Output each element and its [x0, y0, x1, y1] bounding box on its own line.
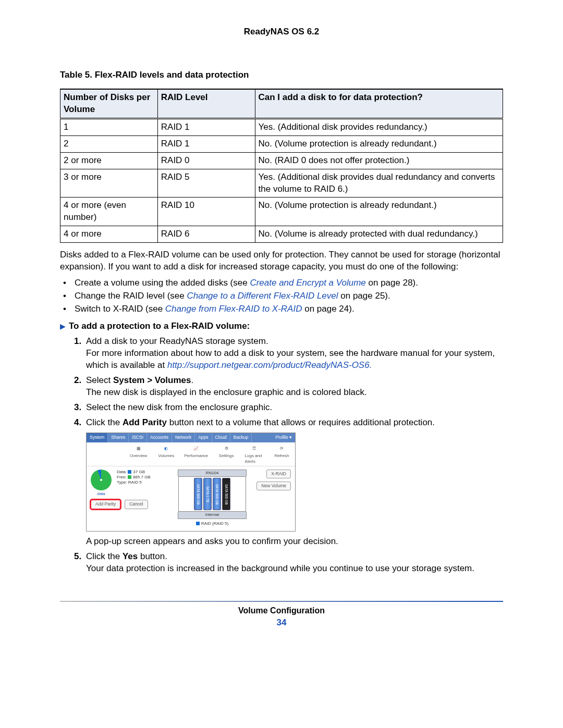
text: Click the [86, 417, 123, 427]
label: Settings [219, 453, 234, 459]
xraid-button[interactable]: X-RAID [266, 470, 291, 478]
toolbar-performance[interactable]: 📈Performance [185, 445, 207, 465]
intro-paragraph: Disks added to a Flex-RAID volume can be… [60, 249, 503, 273]
table-row: 1 RAID 1 Yes. (Additional disk provides … [60, 118, 503, 135]
volume-name: data [91, 491, 112, 497]
tab-iscsi[interactable]: iSCSI [129, 433, 147, 442]
steps-list: Add a disk to your ReadyNAS storage syst… [60, 336, 503, 575]
new-volume-button[interactable]: New Volume [256, 482, 291, 490]
cell: 3 or more [60, 169, 158, 198]
enclosure-internal-label: Internal [178, 512, 247, 519]
th-raid-level: RAID Level [157, 89, 255, 118]
text: Your data protection is increased in the… [86, 563, 474, 573]
toolbar-refresh[interactable]: ⟳Refresh [273, 445, 291, 465]
tab-shares[interactable]: Shares [108, 433, 129, 442]
table-row: 4 or more (even number) RAID 10 No. (Vol… [60, 198, 503, 226]
cell: RAID 5 [157, 169, 255, 198]
bullet-list: Create a volume using the added disks (s… [60, 277, 503, 315]
cell: RAID 1 [157, 118, 255, 135]
legend-free-swatch [128, 475, 131, 479]
tab-network[interactable]: Network [172, 433, 195, 442]
ui-body: data Data: 37 GB Free: 885.7 GB Type: RA… [87, 466, 295, 531]
task-heading-text: To add a protection to a Flex-RAID volum… [69, 320, 250, 332]
cell: 4 or more [60, 226, 158, 243]
text: on page 28). [366, 278, 418, 288]
link-switch-xraid[interactable]: Change from Flex-RAID to X-RAID [165, 304, 302, 314]
footer-rule [60, 601, 503, 602]
disk-slot-2[interactable]: SATA 1 TB [203, 478, 212, 510]
label: Performance [185, 453, 209, 459]
cell: 1 [60, 118, 158, 135]
table-row: 4 or more RAID 6 No. (Volume is already … [60, 226, 503, 243]
table-caption: Table 5. Flex-RAID levels and data prote… [60, 69, 503, 81]
enclosure-model: RN104 [178, 470, 247, 477]
label: Logs and Alerts [245, 453, 263, 465]
disk-slot-4-new[interactable]: SATA 500 GB [222, 478, 230, 510]
cell: 2 [60, 135, 158, 152]
cell: Yes. (Additional disk provides dual redu… [255, 169, 503, 198]
text: Select [86, 375, 113, 385]
grid-icon: ▦ [134, 445, 143, 453]
tab-profile[interactable]: Profile ▾ [273, 433, 295, 442]
legend-data-swatch [128, 470, 131, 474]
refresh-icon: ⟳ [277, 445, 286, 453]
table-row: 2 or more RAID 0 No. (RAID 0 does not of… [60, 152, 503, 169]
text: The new disk is displayed in the enclosu… [86, 387, 367, 397]
tab-accounts[interactable]: Accounts [147, 433, 172, 442]
ui-enclosure-pane: RN104 SATA 500 GB SATA 1 TB SATA 500 GB … [178, 470, 246, 527]
text: A pop-up screen appears and asks you to … [86, 536, 338, 546]
raid-swatch [196, 522, 200, 525]
tab-backup[interactable]: Backup [230, 433, 252, 442]
toolbar-overview[interactable]: ▦Overview [129, 445, 148, 465]
th-disks: Number of Disks per Volume [60, 89, 158, 118]
task-arrow-icon: ▶ [60, 322, 66, 331]
cell: 4 or more (even number) [60, 198, 158, 226]
text: Create a volume using the added disks (s… [75, 278, 250, 288]
toolbar-volumes[interactable]: ◐Volumes [157, 445, 175, 465]
list-item: Switch to X-RAID (see Change from Flex-R… [74, 303, 503, 315]
step-1: Add a disk to your ReadyNAS storage syst… [84, 336, 503, 372]
table-row: 2 RAID 1 No. (Volume protection is alrea… [60, 135, 503, 152]
ui-icon-toolbar: ▦Overview ◐Volumes 📈Performance ⚙Setting… [87, 442, 295, 466]
disk-slot-1[interactable]: SATA 500 GB [194, 478, 202, 510]
link-create-volume[interactable]: Create and Encrypt a Volume [250, 278, 365, 288]
cell: No. (Volume protection is already redund… [255, 135, 503, 152]
ui-left-pane: data Data: 37 GB Free: 885.7 GB Type: RA… [91, 470, 174, 527]
text: Select the new disk from the enclosure g… [86, 402, 272, 412]
gear-icon: ⚙ [222, 445, 230, 453]
tab-system[interactable]: System [87, 433, 108, 442]
step-3: Select the new disk from the enclosure g… [84, 402, 503, 414]
enclosure-graphic[interactable]: SATA 500 GB SATA 1 TB SATA 500 GB SATA 5… [178, 476, 246, 512]
button-name: Yes [123, 551, 138, 561]
page-header-title: ReadyNAS OS 6.2 [60, 0, 503, 69]
step-5: Click the Yes button. Your data protecti… [84, 551, 503, 575]
table-row: 3 or more RAID 5 Yes. (Additional disk p… [60, 169, 503, 198]
list-item: Change the RAID level (see Change to a D… [74, 290, 503, 302]
cell: Yes. (Additional disk provides redundanc… [255, 118, 503, 135]
list-icon: ☰ [250, 445, 258, 453]
link-support-url[interactable]: http://support.netgear.com/product/Ready… [167, 360, 372, 370]
footer-page-number: 34 [60, 617, 503, 629]
disk-slot-3[interactable]: SATA 500 GB [213, 478, 221, 510]
volumes-icon: ◐ [162, 445, 170, 453]
toolbar-settings[interactable]: ⚙Settings [217, 445, 235, 465]
cell: No. (Volume protection is already redund… [255, 198, 503, 226]
volume-pie-icon [91, 470, 112, 490]
tab-apps[interactable]: Apps [195, 433, 212, 442]
link-change-raid[interactable]: Change to a Different Flex-RAID Level [187, 291, 338, 301]
button-name: Add Parity [123, 417, 167, 427]
label: Overview [130, 453, 147, 459]
tab-cloud[interactable]: Cloud [212, 433, 230, 442]
step-4: Click the Add Parity button next to a vo… [84, 417, 503, 548]
cell: No. (RAID 0 does not offer protection.) [255, 152, 503, 169]
ui-right-pane: X-RAID New Volume [256, 470, 291, 527]
add-parity-button[interactable]: Add Parity [91, 500, 120, 509]
ui-tab-bar: System Shares iSCSI Accounts Network App… [87, 433, 295, 442]
text: Click the [86, 551, 123, 561]
toolbar-logs[interactable]: ☰Logs and Alerts [245, 445, 263, 465]
text: on page 24). [302, 304, 354, 314]
cell: RAID 0 [157, 152, 255, 169]
cancel-button[interactable]: Cancel [125, 500, 148, 509]
label: Refresh [274, 453, 289, 459]
text: Switch to X-RAID (see [75, 304, 165, 314]
